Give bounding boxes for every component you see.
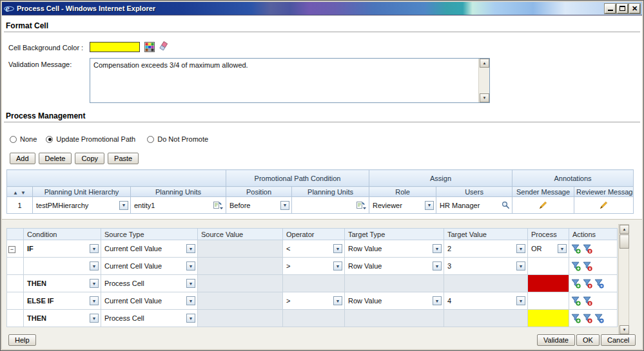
process-cell[interactable] — [528, 275, 569, 292]
dropdown-icon[interactable] — [186, 296, 195, 305]
dropdown-icon[interactable] — [90, 296, 99, 305]
reviewer-message-edit-icon[interactable] — [600, 200, 609, 209]
source-type-cell[interactable]: Current Cell Value — [101, 258, 198, 275]
dropdown-icon[interactable] — [186, 244, 195, 253]
maximize-button[interactable] — [617, 4, 628, 14]
operator-cell[interactable]: > — [283, 292, 345, 310]
target-type-cell[interactable]: Row Value — [345, 258, 444, 275]
dropdown-icon[interactable] — [333, 261, 342, 270]
validation-message-input[interactable]: Compensation exceeds 3/4 of maximum allo… — [90, 58, 490, 103]
delete-condition-icon[interactable] — [583, 261, 592, 271]
operator-cell[interactable]: > — [283, 258, 345, 275]
member-selector-icon[interactable] — [356, 201, 367, 210]
dropdown-icon[interactable] — [433, 261, 442, 270]
reviewer-message-cell[interactable] — [574, 197, 634, 214]
radio-selected-icon[interactable] — [46, 136, 53, 143]
target-value-cell[interactable]: 2 — [444, 240, 528, 258]
condition-cell[interactable] — [24, 258, 101, 275]
reorder-header[interactable]: ▲ ▼ — [7, 187, 33, 197]
process-cell[interactable] — [528, 258, 569, 275]
scroll-up-icon[interactable]: ▲ — [620, 225, 629, 234]
process-cell[interactable] — [528, 310, 569, 327]
validate-button[interactable]: Validate — [537, 334, 575, 346]
dropdown-icon[interactable] — [280, 201, 289, 210]
radio-update-promotional-path[interactable]: Update Promotional Path — [46, 135, 135, 143]
dropdown-icon[interactable] — [425, 201, 434, 210]
copy-button[interactable]: Copy — [75, 153, 104, 164]
process-condition-icon[interactable] — [594, 279, 604, 289]
role-cell[interactable]: Reviewer — [369, 197, 436, 214]
operator-cell[interactable]: < — [283, 240, 345, 258]
sender-message-edit-icon[interactable] — [539, 200, 548, 209]
delete-condition-icon[interactable] — [583, 296, 592, 306]
target-type-cell[interactable]: Row Value — [345, 240, 444, 258]
add-condition-icon[interactable] — [571, 244, 581, 254]
sender-message-cell[interactable] — [512, 197, 574, 214]
process-cell[interactable]: OR — [528, 240, 569, 258]
dropdown-icon[interactable] — [516, 244, 525, 253]
scroll-down-icon[interactable]: ▼ — [480, 93, 489, 102]
add-condition-icon[interactable] — [571, 314, 581, 323]
target-type-cell[interactable]: Row Value — [345, 292, 444, 310]
pane-scrollbar[interactable]: ▲ ▼ — [618, 224, 629, 335]
dropdown-icon[interactable] — [186, 279, 195, 288]
delete-button[interactable]: Delete — [39, 153, 72, 164]
add-condition-icon[interactable] — [571, 296, 581, 306]
scroll-down-icon[interactable]: ▼ — [620, 325, 629, 334]
search-icon[interactable] — [502, 201, 510, 209]
condition-cell[interactable]: IF — [24, 240, 101, 258]
add-condition-icon[interactable] — [571, 279, 581, 289]
scrollbar-thumb[interactable] — [620, 234, 629, 249]
radio-icon[interactable] — [10, 136, 17, 143]
help-button[interactable]: Help — [8, 334, 36, 346]
promo-planning-units-cell[interactable] — [292, 197, 369, 214]
users-cell[interactable]: HR Manager — [436, 197, 512, 214]
position-cell[interactable]: Before — [226, 197, 292, 214]
cancel-button[interactable]: Cancel — [601, 334, 636, 346]
source-type-cell[interactable]: Process Cell — [101, 275, 198, 292]
move-up-icon[interactable]: ▲ — [13, 190, 19, 196]
color-palette-icon[interactable] — [144, 42, 155, 52]
dropdown-icon[interactable] — [333, 296, 342, 305]
delete-condition-icon[interactable] — [583, 244, 592, 254]
dropdown-icon[interactable] — [119, 201, 128, 210]
condition-cell[interactable]: THEN — [24, 275, 101, 292]
paste-button[interactable]: Paste — [108, 153, 139, 164]
process-condition-icon[interactable] — [594, 314, 604, 323]
member-selector-icon[interactable] — [213, 201, 224, 210]
process-cell[interactable] — [528, 292, 569, 310]
add-button[interactable]: Add — [10, 153, 35, 164]
source-type-cell[interactable]: Current Cell Value — [101, 292, 198, 310]
target-value-cell[interactable]: 3 — [444, 258, 528, 275]
textarea-scrollbar[interactable]: ▲ ▼ — [478, 59, 489, 102]
title-bar[interactable]: e Process Cell - Windows Internet Explor… — [2, 2, 642, 15]
dropdown-icon[interactable] — [433, 296, 442, 305]
ok-button[interactable]: OK — [576, 334, 600, 346]
eraser-icon[interactable] — [159, 41, 168, 52]
dropdown-icon[interactable] — [558, 244, 567, 253]
dropdown-icon[interactable] — [433, 244, 442, 253]
dropdown-icon[interactable] — [90, 261, 99, 270]
condition-cell[interactable]: ELSE IF — [24, 292, 101, 310]
hierarchy-cell[interactable]: testPMHierarchy — [33, 197, 131, 214]
dropdown-icon[interactable] — [333, 244, 342, 253]
condition-cell[interactable]: THEN — [24, 310, 101, 327]
delete-condition-icon[interactable] — [583, 314, 592, 323]
move-down-icon[interactable]: ▼ — [21, 190, 26, 196]
collapse-icon[interactable]: − — [8, 246, 15, 253]
planning-units-cell[interactable]: entity1 — [131, 197, 226, 214]
scroll-up-icon[interactable]: ▲ — [480, 59, 489, 68]
close-button[interactable]: ✕ — [629, 4, 640, 14]
target-value-cell[interactable]: 4 — [444, 292, 528, 310]
dropdown-icon[interactable] — [516, 296, 525, 305]
cell-background-color-swatch[interactable] — [90, 42, 140, 52]
dropdown-icon[interactable] — [186, 261, 195, 270]
source-type-cell[interactable]: Current Cell Value — [101, 240, 198, 258]
radio-icon[interactable] — [147, 136, 154, 143]
source-type-cell[interactable]: Process Cell — [101, 310, 198, 327]
delete-condition-icon[interactable] — [583, 279, 592, 289]
minimize-button[interactable] — [605, 4, 616, 14]
dropdown-icon[interactable] — [90, 244, 99, 253]
dropdown-icon[interactable] — [516, 261, 525, 270]
dropdown-icon[interactable] — [90, 314, 99, 323]
